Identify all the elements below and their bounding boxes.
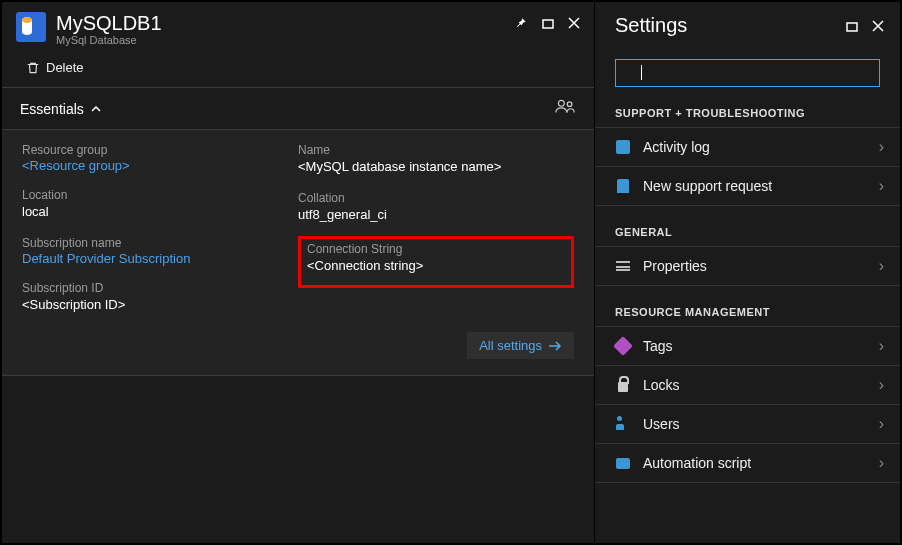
chevron-right-icon: › — [879, 257, 884, 275]
svg-rect-0 — [543, 20, 553, 28]
section-support-title: SUPPORT + TROUBLESHOOTING — [595, 105, 900, 127]
resource-group-link[interactable]: <Resource group> — [22, 158, 298, 173]
menu-properties[interactable]: Properties › — [595, 246, 900, 286]
arrow-right-icon — [548, 340, 562, 352]
maximize-icon[interactable] — [542, 17, 554, 32]
connection-string-highlight: Connection String <Connection string> — [298, 236, 574, 288]
chevron-right-icon: › — [879, 415, 884, 433]
menu-support-label: New support request — [643, 178, 867, 194]
connection-string-label: Connection String — [307, 241, 565, 257]
subscription-id-value: <Subscription ID> — [22, 296, 298, 314]
subscription-name-label: Subscription name — [22, 235, 298, 251]
page-subtitle: MySql Database — [56, 34, 514, 46]
settings-title: Settings — [615, 14, 846, 37]
svg-point-1 — [558, 100, 564, 106]
page-title: MySQLDB1 — [56, 12, 514, 34]
delete-button[interactable]: Delete — [26, 60, 84, 75]
properties-icon — [616, 261, 630, 271]
search-wrap — [595, 45, 900, 105]
svg-rect-3 — [847, 23, 857, 31]
chevron-right-icon: › — [879, 376, 884, 394]
menu-locks-label: Locks — [643, 377, 867, 393]
close-icon[interactable] — [872, 20, 884, 35]
main-panel: MySQLDB1 MySql Database Delete Essential… — [2, 2, 595, 543]
title-block: MySQLDB1 MySql Database — [56, 12, 514, 46]
settings-header: Settings — [595, 2, 900, 45]
all-settings-button[interactable]: All settings — [467, 332, 574, 359]
people-icon[interactable] — [554, 98, 576, 119]
menu-new-support-request[interactable]: New support request › — [595, 166, 900, 206]
essentials-col-left: Resource group <Resource group> Location… — [22, 142, 298, 322]
support-icon — [617, 179, 629, 193]
menu-activity-log-label: Activity log — [643, 139, 867, 155]
all-settings-label: All settings — [479, 338, 542, 353]
resource-group-label: Resource group — [22, 142, 298, 158]
essentials-col-right: Name <MySQL database instance name> Coll… — [298, 142, 574, 322]
chevron-right-icon: › — [879, 138, 884, 156]
collation-label: Collation — [298, 190, 574, 206]
section-general-title: GENERAL — [595, 224, 900, 246]
chevron-up-icon — [90, 103, 102, 115]
text-cursor — [641, 65, 642, 80]
main-empty-area — [2, 376, 594, 543]
trash-icon — [26, 61, 40, 75]
users-icon — [616, 418, 630, 430]
location-label: Location — [22, 187, 298, 203]
close-icon[interactable] — [568, 17, 580, 32]
subscription-name-link[interactable]: Default Provider Subscription — [22, 251, 298, 266]
delete-label: Delete — [46, 60, 84, 75]
menu-users-label: Users — [643, 416, 867, 432]
essentials-body: Resource group <Resource group> Location… — [2, 130, 594, 376]
lock-icon — [618, 382, 628, 392]
menu-automation-script[interactable]: Automation script › — [595, 443, 900, 483]
main-header: MySQLDB1 MySql Database — [2, 2, 594, 54]
subscription-id-label: Subscription ID — [22, 280, 298, 296]
section-resource-title: RESOURCE MANAGEMENT — [595, 304, 900, 326]
chevron-right-icon: › — [879, 337, 884, 355]
menu-properties-label: Properties — [643, 258, 867, 274]
connection-string-value[interactable]: <Connection string> — [307, 257, 565, 275]
chevron-right-icon: › — [879, 454, 884, 472]
automation-icon — [616, 458, 630, 469]
toolbar: Delete — [2, 54, 594, 88]
svg-point-2 — [567, 102, 572, 107]
settings-panel: Settings SUPPORT + TROUBLESHOOTING Activ… — [595, 2, 900, 543]
menu-locks[interactable]: Locks › — [595, 365, 900, 404]
menu-automation-label: Automation script — [643, 455, 867, 471]
essentials-label: Essentials — [20, 101, 84, 117]
name-value: <MySQL database instance name> — [298, 158, 574, 176]
pin-icon[interactable] — [514, 16, 528, 33]
menu-activity-log[interactable]: Activity log › — [595, 127, 900, 166]
menu-tags[interactable]: Tags › — [595, 326, 900, 365]
location-value: local — [22, 203, 298, 221]
activity-log-icon — [616, 140, 630, 154]
maximize-icon[interactable] — [846, 20, 858, 35]
menu-users[interactable]: Users › — [595, 404, 900, 443]
settings-search-input[interactable] — [615, 59, 880, 87]
menu-tags-label: Tags — [643, 338, 867, 354]
tag-icon — [613, 336, 633, 356]
chevron-right-icon: › — [879, 177, 884, 195]
collation-value: utf8_general_ci — [298, 206, 574, 224]
essentials-toggle[interactable]: Essentials — [2, 88, 594, 130]
database-icon — [16, 12, 46, 42]
name-label: Name — [298, 142, 574, 158]
window-controls — [514, 12, 580, 33]
